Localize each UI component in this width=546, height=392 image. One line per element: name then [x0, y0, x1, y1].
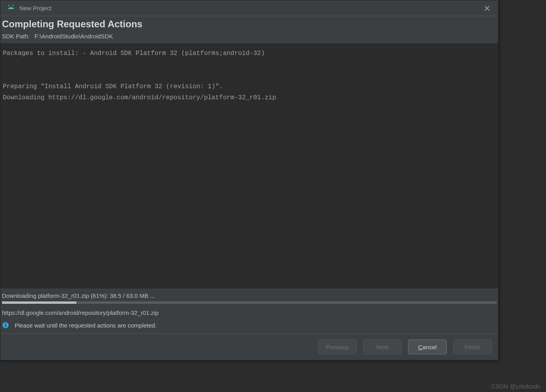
svg-point-5	[12, 7, 13, 8]
svg-point-4	[9, 7, 10, 8]
info-message-row: Please wait until the requested actions …	[0, 322, 498, 333]
sdk-path-value: F:\AndroidStudio\AndroidSDK	[34, 33, 113, 40]
download-url: https://dl.google.com/android/repository…	[2, 308, 497, 322]
info-icon	[2, 322, 9, 329]
new-project-dialog: New Project Completing Requested Actions…	[0, 0, 499, 360]
progress-status-text: Downloading platform-32_r01.zip (61%): 3…	[2, 291, 497, 301]
close-button[interactable]	[479, 1, 495, 16]
log-output: Packages to install: - Android SDK Platf…	[0, 44, 498, 288]
titlebar: New Project	[0, 0, 498, 16]
finish-button[interactable]: Finish	[453, 339, 492, 354]
sdk-path-label: SDK Path:	[2, 33, 30, 40]
log-line: Preparing "Install Android SDK Platform …	[3, 83, 223, 90]
next-button[interactable]: Next	[363, 339, 402, 354]
svg-rect-7	[5, 324, 6, 327]
previous-button[interactable]: Previous	[318, 339, 357, 354]
close-icon	[484, 6, 490, 11]
watermark: CSDN @yzkdcsdn	[491, 383, 540, 390]
log-line: Downloading https://dl.google.com/androi…	[3, 94, 276, 101]
svg-point-8	[5, 323, 6, 324]
page-heading: Completing Requested Actions	[0, 16, 498, 33]
android-studio-icon	[7, 4, 15, 13]
progress-bar-fill	[2, 301, 76, 304]
sdk-path-row: SDK Path: F:\AndroidStudio\AndroidSDK	[0, 33, 498, 44]
log-line: Packages to install: - Android SDK Platf…	[3, 50, 265, 57]
cancel-button[interactable]: Cancel	[408, 339, 447, 354]
progress-section: Downloading platform-32_r01.zip (61%): 3…	[0, 288, 498, 322]
window-title: New Project	[19, 5, 479, 11]
progress-bar	[2, 301, 497, 304]
info-message-text: Please wait until the requested actions …	[15, 322, 157, 329]
wizard-footer: Previous Next Cancel Finish	[0, 333, 498, 360]
